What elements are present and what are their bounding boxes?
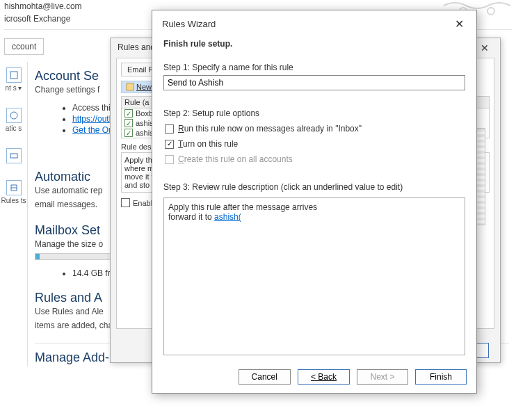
step1-label: Step 1: Specify a name for this rule [163, 63, 465, 72]
sidebar-item-automatic[interactable]: atic s [6, 108, 22, 133]
next-label: Next > [370, 372, 394, 382]
checkbox-icon[interactable] [121, 198, 130, 207]
close-icon[interactable]: ✕ [476, 42, 493, 54]
check-icon: ✓ [124, 109, 133, 118]
sidebar-item-mailbox[interactable] [6, 148, 22, 165]
option-turn-on[interactable]: Turn on this rule [165, 139, 465, 149]
review-description-box: Apply this rule after the message arrive… [163, 197, 465, 355]
storage-bar [35, 253, 118, 260]
settings-sidebar: nt s ▾ atic s Rules ts [0, 62, 28, 366]
option-label: Create this rule on all accounts [178, 154, 293, 164]
account-icon [6, 67, 22, 83]
svg-point-3 [10, 112, 17, 119]
step2-label: Step 2: Setup rule options [163, 108, 465, 118]
checkbox-disabled-icon [165, 155, 174, 164]
svg-rect-2 [10, 72, 17, 79]
option-all-accounts: Create this rule on all accounts [165, 154, 465, 164]
review-line: forward it to ashish( [168, 212, 460, 222]
forward-recipient-link[interactable]: ashish( [214, 212, 241, 222]
review-prefix: forward it to [168, 212, 214, 222]
account-button[interactable]: ccount [4, 38, 44, 55]
mailbox-icon [6, 148, 22, 163]
sidebar-item-rules[interactable]: Rules ts [1, 180, 26, 205]
back-button[interactable]: < Back [298, 369, 350, 385]
sidebar-label: atic s [6, 124, 22, 132]
checkbox-checked-icon[interactable] [165, 140, 174, 149]
back-label: < Back [311, 372, 337, 382]
svg-rect-4 [10, 154, 17, 158]
checkbox-icon[interactable] [165, 124, 174, 134]
automatic-icon [6, 108, 22, 123]
sidebar-label: nt s ▾ [6, 84, 22, 92]
rule-name-input[interactable] [163, 75, 465, 90]
check-icon: ✓ [124, 129, 133, 137]
option-run-now[interactable]: Run this rule now on messages already in… [165, 124, 465, 134]
option-label: Run this rule now on messages already in… [178, 124, 362, 134]
step3-label: Step 3: Review rule description (click a… [163, 182, 465, 192]
new-rule-icon [126, 83, 134, 91]
wizard-title: Rules Wizard [162, 19, 216, 29]
rules-wizard-dialog: Rules Wizard ✕ Finish rule setup. Step 1… [152, 10, 477, 394]
sidebar-item-account[interactable]: nt s ▾ [6, 67, 22, 92]
cancel-button[interactable]: Cancel [239, 369, 291, 385]
wizard-heading: Finish rule setup. [163, 39, 465, 49]
wizard-buttons: Cancel < Back Next > Finish [152, 364, 476, 393]
close-icon[interactable]: ✕ [452, 17, 467, 31]
sidebar-label: Rules ts [1, 197, 26, 204]
svg-rect-5 [127, 83, 134, 90]
check-icon: ✓ [124, 119, 133, 127]
finish-button[interactable]: Finish [415, 369, 467, 385]
option-label: Turn on this rule [178, 139, 238, 149]
rules-icon [6, 180, 22, 195]
review-line: Apply this rule after the message arrive… [168, 202, 460, 212]
next-button: Next > [357, 369, 408, 385]
